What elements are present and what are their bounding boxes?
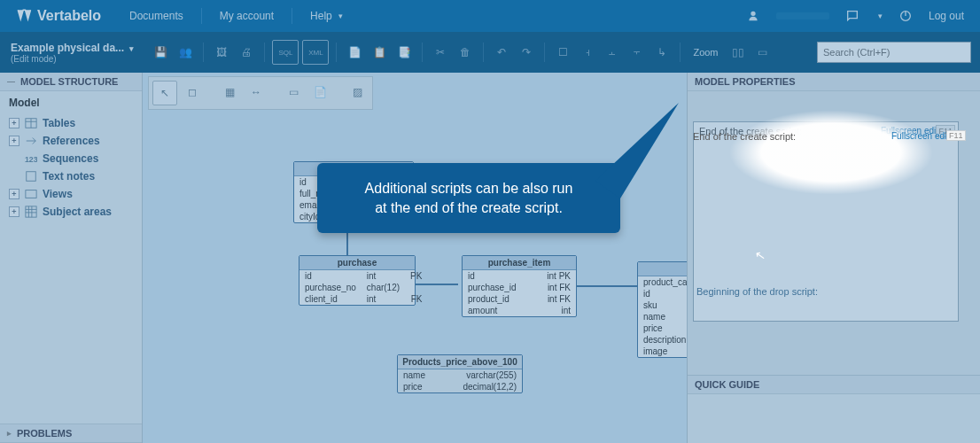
quick-guide-header[interactable]: QUICK GUIDE <box>688 376 980 394</box>
sql-icon[interactable]: SQL <box>272 40 299 65</box>
view-title: Products_price_above_100 <box>398 355 522 369</box>
print-icon[interactable]: 🖨 <box>236 42 257 63</box>
nav-help[interactable]: Help▾ <box>298 0 355 32</box>
table-title: product <box>638 262 687 276</box>
xml-icon[interactable]: XML <box>302 40 329 65</box>
table-tool-icon[interactable]: ▦ <box>218 81 241 104</box>
expand-icon[interactable]: + <box>9 189 19 199</box>
svg-rect-4 <box>26 190 36 198</box>
fullscreen-link-overlay[interactable]: Fullscreen edit <box>891 131 949 141</box>
brand-name: Vertabelo <box>37 8 101 24</box>
toolbar: 💾 👥 🖼 🖨 SQL XML 📄 📋 📑 ✂ 🗑 ↶ ↷ ☐ ⫞ ⫠ ⫟ ↳ … <box>144 40 773 65</box>
undo-icon[interactable]: ↶ <box>491 42 512 63</box>
chevron-down-icon: ▾ <box>338 0 343 32</box>
save-icon[interactable]: 💾 <box>150 42 171 63</box>
chat-icon[interactable] <box>845 9 859 23</box>
note-tool-icon[interactable]: 📄 <box>308 81 331 104</box>
tree-item-subject-areas[interactable]: +Subject areas <box>5 203 142 221</box>
tree-root[interactable]: Model <box>0 91 142 114</box>
user-icon[interactable] <box>746 9 760 23</box>
model-tree: +Tables +References 123Sequences Text no… <box>0 114 142 221</box>
new-doc-icon[interactable]: 📄 <box>344 42 365 63</box>
tree-item-views[interactable]: +Views <box>5 185 142 203</box>
document-name-block[interactable]: Example physical da... ▾ (Edit mode) <box>0 36 144 69</box>
table-title: purchase <box>299 256 415 270</box>
cursor-icon: ↖ <box>754 247 767 263</box>
tree-item-text-notes[interactable]: Text notes <box>5 167 142 185</box>
share-icon[interactable]: 👥 <box>175 42 196 63</box>
table-columns: product_category_idintFKidintPKskuchar(1… <box>638 276 687 357</box>
fit-width-icon[interactable]: ▯▯ <box>727 42 749 63</box>
svg-rect-5 <box>26 206 36 217</box>
model-properties-header[interactable]: MODEL PROPERTIES <box>688 73 980 91</box>
reference-icon <box>25 135 37 147</box>
callout-line2: at the end of the create script. <box>340 198 597 218</box>
grid-icon <box>25 206 37 218</box>
spotlight <box>686 92 976 213</box>
canvas-toolbar: ↖ ◻ ▦ ↔ ▭ 📄 ▨ <box>148 76 373 110</box>
nav-sep <box>201 8 202 24</box>
power-icon <box>898 9 913 23</box>
expand-icon: ▸ <box>7 429 12 438</box>
table-purchase[interactable]: purchase idintPKpurchase_nochar(12)clien… <box>299 255 416 306</box>
brand-logo[interactable]: Vertabelo <box>0 8 117 24</box>
sequence-icon: 123 <box>25 152 37 165</box>
collapse-icon: — <box>7 77 15 86</box>
tree-item-tables[interactable]: +Tables <box>5 114 142 132</box>
table-product[interactable]: product product_category_idintFKidintPKs… <box>637 261 687 358</box>
delete-icon[interactable]: 🗑 <box>455 42 476 63</box>
reference-tool-icon[interactable]: ↔ <box>245 81 268 104</box>
view-products-price[interactable]: Products_price_above_100 namevarchar(255… <box>397 354 523 393</box>
image-export-icon[interactable]: 🖼 <box>211 42 232 63</box>
nav-my-account[interactable]: My account <box>207 0 286 32</box>
edit-box-icon[interactable]: ☐ <box>552 42 573 63</box>
pointer-tool-icon[interactable]: ↖ <box>152 81 177 105</box>
callout-line1: Additional scripts can be also run <box>340 179 597 198</box>
problems-header[interactable]: ▸PROBLEMS <box>0 424 142 443</box>
vertabelo-icon <box>16 8 32 24</box>
view-columns: namevarchar(255)pricedecimal(12,2) <box>398 369 522 392</box>
view-icon <box>25 188 37 200</box>
view-tool-icon[interactable]: ▭ <box>282 81 305 104</box>
nav-sep <box>292 8 292 24</box>
user-name-placeholder <box>776 12 829 19</box>
search-box <box>817 42 971 63</box>
nav-documents[interactable]: Documents <box>117 0 196 32</box>
callout-tail-icon <box>595 99 693 206</box>
copy-icon[interactable]: 📋 <box>369 42 390 63</box>
redo-icon[interactable]: ↷ <box>516 42 537 63</box>
svg-text:123: 123 <box>25 155 37 164</box>
edit-mode-label: (Edit mode) <box>11 54 134 64</box>
fit-page-icon[interactable]: ▭ <box>752 42 774 63</box>
document-name: Example physical da... <box>11 42 124 54</box>
logout-link[interactable]: Log out <box>929 10 964 22</box>
connector-icon[interactable]: ↳ <box>651 42 673 63</box>
table-purchase-item[interactable]: purchase_item idint PKpurchase_idint FKp… <box>462 255 577 317</box>
top-right: ▾ Log out <box>746 9 980 23</box>
document-bar: Example physical da... ▾ (Edit mode) 💾 👥… <box>0 32 980 73</box>
cut-icon[interactable]: ✂ <box>430 42 451 63</box>
table-columns: idint PKpurchase_idint FKproduct_idint F… <box>463 270 576 316</box>
expand-icon[interactable]: + <box>9 118 19 128</box>
svg-rect-3 <box>27 172 36 182</box>
top-bar: Vertabelo Documents My account Help▾ ▾ L… <box>0 0 980 32</box>
zoom-label: Zoom <box>693 47 718 58</box>
table-title: purchase_item <box>463 256 576 270</box>
align-right-icon[interactable]: ⫟ <box>626 42 648 63</box>
model-structure-header[interactable]: —MODEL STRUCTURE <box>0 73 142 91</box>
tutorial-callout: Additional scripts can be also run at th… <box>317 163 620 233</box>
note-icon <box>25 170 37 183</box>
drop-script-label: Beginning of the drop script: <box>696 286 818 297</box>
top-nav: Documents My account Help▾ <box>117 0 355 32</box>
align-left-icon[interactable]: ⫞ <box>577 42 598 63</box>
search-input[interactable] <box>817 42 971 63</box>
area-tool-icon[interactable]: ▨ <box>346 81 369 104</box>
marquee-tool-icon[interactable]: ◻ <box>181 81 204 104</box>
stack-icon[interactable]: 📑 <box>393 42 415 63</box>
tree-item-sequences[interactable]: 123Sequences <box>5 150 142 167</box>
tree-item-references[interactable]: +References <box>5 132 142 150</box>
expand-icon[interactable]: + <box>9 206 19 217</box>
connector <box>575 285 637 287</box>
align-center-icon[interactable]: ⫠ <box>602 42 623 63</box>
expand-icon[interactable]: + <box>9 136 19 146</box>
